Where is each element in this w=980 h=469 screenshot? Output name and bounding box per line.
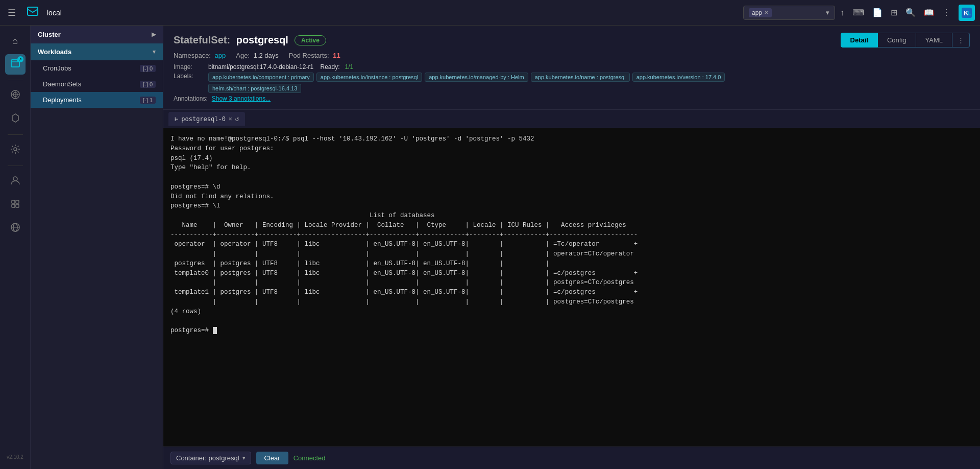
svg-rect-13 [16, 200, 19, 203]
daemonsets-badge: [-] 0 [140, 81, 156, 88]
namespace-dropdown-arrow: ▾ [826, 9, 829, 16]
divider-1 [8, 80, 23, 80]
topbar-actions: ↑ ⌨ 📄 ⊞ 🔍 📖 ⋮ K L [840, 5, 975, 21]
detail-button[interactable]: Detail [841, 33, 878, 48]
sidebar-item-network[interactable] [5, 85, 26, 106]
svg-rect-15 [16, 204, 19, 207]
resource-details: Image: bitnami/postgresql:17.4.0-debian-… [174, 63, 970, 102]
container-selector[interactable]: Container: postgresql ▾ [170, 452, 251, 464]
user-icon [10, 175, 20, 188]
topbar: ☰ local app ✕ ▾ ↑ ⌨ 📄 ⊞ 🔍 📖 ⋮ K L [0, 0, 980, 26]
namespace-selector[interactable]: app ✕ ▾ [743, 6, 835, 20]
label-tag-3: app.kubernetes.io/name : postgresql [531, 73, 630, 82]
workloads-header[interactable]: Workloads ▾ [31, 43, 163, 60]
home-icon: ⌂ [12, 36, 18, 46]
action-buttons: Detail Config YAML ⋮ [841, 33, 970, 48]
label-tag-0: app.kubernetes.io/component : primary [208, 73, 314, 82]
sidebar-item-global[interactable] [5, 218, 26, 239]
terminal-tab-refresh-icon[interactable]: ↺ [235, 115, 239, 123]
deployments-badge: [-] 1 [140, 97, 156, 104]
svg-rect-0 [28, 7, 38, 15]
content-area: StatefulSet: postgresql Active Detail Co… [163, 26, 980, 469]
status-badge: Active [295, 35, 326, 45]
label-tag-1: app.kubernetes.io/instance : postgresql [316, 73, 422, 82]
terminal-cursor [213, 327, 217, 334]
network-icon [10, 89, 20, 102]
resource-title: StatefulSet: postgresql [174, 34, 288, 46]
bottom-bar: Container: postgresql ▾ Clear Connected [163, 447, 980, 469]
chart-tag: helm.sh/chart : postgresql-16.4.13 [208, 84, 301, 93]
labels-tags: app.kubernetes.io/component : primary ap… [208, 73, 725, 82]
terminal-tab-close-icon[interactable]: ✕ [229, 115, 232, 122]
terminal-tab-symbol: ⊢ [175, 115, 178, 123]
search-icon[interactable]: 🔍 [905, 8, 916, 17]
more-vertical-icon[interactable]: ⋮ [942, 8, 950, 17]
yaml-button[interactable]: YAML [916, 33, 952, 48]
label-tag-4: app.kubernetes.io/version : 17.4.0 [632, 73, 725, 82]
connected-status: Connected [293, 454, 326, 462]
workload-badge: ↗ [17, 56, 23, 62]
upload-icon[interactable]: ↑ [840, 8, 844, 17]
svg-text:L: L [967, 9, 971, 17]
grid-icon[interactable]: ⊞ [891, 8, 897, 17]
terminal-body[interactable]: I have no name!@postgresql-0:/$ psql --h… [163, 128, 980, 447]
resource-meta: Namespace: app Age: 1.2 days Pod Restart… [174, 52, 970, 59]
terminal-tab-label: postgresql-0 [181, 115, 226, 123]
container-selector-arrow: ▾ [242, 455, 246, 461]
annotations-link[interactable]: Show 3 annotations... [212, 95, 271, 102]
sidebar-item-workloads[interactable]: ↗ [5, 54, 26, 75]
terminal-container: ⊢ postgresql-0 ✕ ↺ I have no name!@postg… [163, 110, 980, 447]
config-button[interactable]: Config [878, 33, 916, 48]
terminal-icon[interactable]: ⌨ [852, 8, 864, 17]
workloads-arrow-icon: ▾ [153, 49, 156, 55]
version-label: v2.10.2 [7, 454, 23, 464]
plugin-icon [10, 199, 20, 212]
sidebar-item-storage[interactable] [5, 109, 26, 129]
hamburger-menu[interactable]: ☰ [5, 5, 18, 21]
nav-item-deployments[interactable]: Deployments [-] 1 [31, 92, 163, 108]
sidebar-item-home[interactable]: ⌂ [5, 31, 26, 51]
sidebar-item-config[interactable] [5, 140, 26, 160]
sidebar-icons: ⌂ ↗ [0, 26, 31, 469]
svg-point-11 [13, 177, 17, 181]
pod-restarts-meta: Pod Restarts: 11 [289, 52, 340, 59]
svg-rect-12 [12, 200, 15, 203]
image-row: Image: bitnami/postgresql:17.4.0-debian-… [174, 63, 970, 71]
divider-2 [8, 134, 23, 135]
nav-item-cronjobs[interactable]: CronJobs [-] 0 [31, 60, 163, 76]
sidebar-item-users[interactable] [5, 171, 26, 192]
annotations-row: Annotations: Show 3 annotations... [174, 95, 970, 102]
namespace-close-icon[interactable]: ✕ [764, 9, 769, 16]
age-meta: Age: 1.2 days [236, 52, 279, 59]
nav-item-daemonsets[interactable]: DaemonSets [-] 0 [31, 76, 163, 92]
sidebar-item-plugins[interactable] [5, 195, 26, 215]
resource-header: StatefulSet: postgresql Active Detail Co… [163, 26, 980, 110]
divider-3 [8, 166, 23, 166]
resource-title-row: StatefulSet: postgresql Active Detail Co… [174, 33, 970, 48]
labels-row: Labels: app.kubernetes.io/component : pr… [174, 73, 970, 82]
chart-row: helm.sh/chart : postgresql-16.4.13 [174, 84, 970, 93]
terminal-tabs: ⊢ postgresql-0 ✕ ↺ [163, 110, 980, 128]
terminal-tab-postgresql[interactable]: ⊢ postgresql-0 ✕ ↺ [168, 112, 245, 126]
svg-point-10 [14, 148, 17, 151]
namespace-tag[interactable]: app ✕ [749, 8, 772, 17]
config-icon [10, 144, 20, 157]
more-actions-button[interactable]: ⋮ [952, 33, 970, 48]
label-tag-2: app.kubernetes.io/managed-by : Helm [425, 73, 528, 82]
app-logo [26, 4, 40, 21]
container-selector-label: Container: postgresql [176, 454, 239, 462]
book-icon[interactable]: 📖 [924, 8, 934, 17]
cluster-arrow-icon: ▶ [152, 31, 156, 38]
cluster-name: local [47, 9, 62, 17]
cronjobs-badge: [-] 0 [140, 65, 156, 72]
nav-sidebar: Cluster ▶ Workloads ▾ CronJobs [-] 0 Dae… [31, 26, 163, 469]
clear-button[interactable]: Clear [256, 452, 288, 464]
namespace-meta: Namespace: app [174, 52, 226, 59]
file-icon[interactable]: 📄 [872, 8, 883, 17]
globe-icon [10, 222, 20, 235]
svg-rect-14 [12, 204, 15, 207]
storage-icon [10, 113, 20, 126]
main-layout: ⌂ ↗ [0, 26, 980, 469]
cluster-header[interactable]: Cluster ▶ [31, 26, 163, 43]
user-avatar[interactable]: K L [959, 5, 975, 21]
